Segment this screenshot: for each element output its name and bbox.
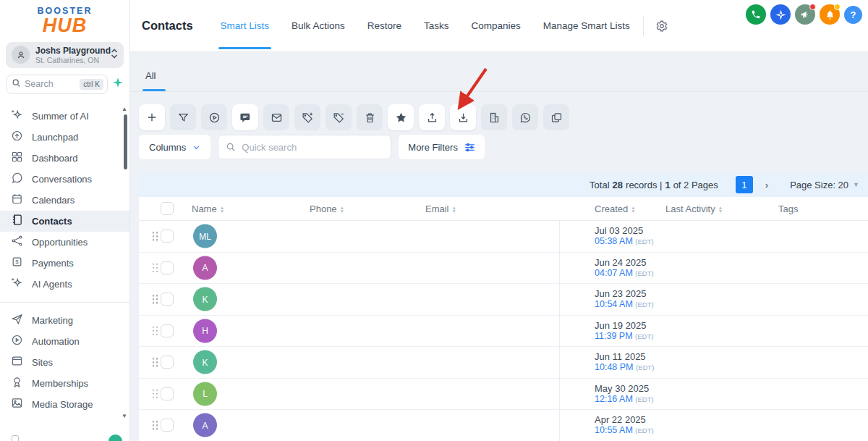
tab-smart-lists[interactable]: Smart Lists — [221, 0, 270, 51]
import-icon[interactable] — [450, 104, 476, 130]
sidebar-item-automation[interactable]: Automation — [0, 331, 129, 352]
phone-icon[interactable] — [746, 4, 766, 25]
help-icon[interactable]: ? — [844, 6, 862, 24]
tab-restore[interactable]: Restore — [367, 0, 401, 51]
avatar[interactable]: L — [193, 382, 217, 406]
table-row[interactable]: K Jun 23 2025 10:54 AM (EDT) — [139, 284, 868, 316]
start-automation-icon[interactable] — [201, 104, 227, 130]
next-page-icon[interactable]: › — [765, 180, 768, 190]
send-email-icon[interactable] — [263, 104, 289, 130]
column-header-created[interactable]: Created▲▼ — [595, 197, 636, 221]
column-header-name[interactable]: Name▲▼ — [192, 197, 224, 221]
view-tab-all[interactable]: All — [145, 70, 156, 81]
table-row[interactable]: A Apr 22 2025 10:55 AM (EDT) — [139, 410, 868, 441]
sort-icon[interactable]: ▲▼ — [718, 206, 723, 213]
page-size-selector[interactable]: Page Size: 20 ▼ — [790, 180, 859, 190]
announcement-megaphone-icon[interactable] — [795, 4, 815, 25]
drag-handle-icon[interactable] — [153, 264, 158, 272]
row-checkbox[interactable] — [161, 356, 174, 369]
column-header-email[interactable]: Email▲▼ — [425, 197, 456, 221]
row-checkbox[interactable] — [161, 324, 174, 337]
sidebar-item-calendars[interactable]: Calendars — [0, 190, 129, 211]
tab-bulk-actions[interactable]: Bulk Actions — [292, 0, 345, 51]
tab-tasks[interactable]: Tasks — [424, 0, 449, 51]
sidebar-item-label: Opportunities — [32, 237, 88, 248]
drag-handle-icon[interactable] — [153, 358, 158, 366]
created-time: 04:07 AM (EDT) — [595, 268, 654, 279]
sidebar-item-contacts[interactable]: Contacts — [0, 211, 129, 232]
notifications-bell-icon[interactable] — [820, 4, 840, 25]
avatar[interactable]: A — [193, 256, 217, 280]
quick-search-input[interactable] — [242, 142, 383, 153]
sidebar-item-launchpad[interactable]: Launchpad — [0, 127, 129, 148]
table-row[interactable]: L May 30 2025 12:16 AM (EDT) — [139, 379, 868, 411]
drag-handle-icon[interactable] — [153, 327, 158, 335]
row-checkbox[interactable] — [161, 387, 174, 400]
table-row[interactable]: H Jun 19 2025 11:39 PM (EDT) — [139, 316, 868, 348]
row-checkbox[interactable] — [161, 230, 174, 243]
row-checkbox[interactable] — [161, 261, 174, 274]
row-checkbox[interactable] — [161, 293, 174, 306]
more-filters-button[interactable]: More Filters — [399, 135, 485, 159]
sidebar-item-opportunities[interactable]: Opportunities — [0, 232, 129, 253]
tab-manage-smart-lists[interactable]: Manage Smart Lists — [543, 0, 630, 51]
gear-icon[interactable] — [655, 20, 668, 33]
column-header-last-activity[interactable]: Last Activity▲▼ — [665, 197, 723, 221]
avatar[interactable]: ML — [193, 224, 217, 248]
drag-handle-icon[interactable] — [153, 232, 158, 240]
sidebar-item-dashboard[interactable]: Dashboard — [0, 148, 129, 169]
remove-tag-icon[interactable] — [326, 104, 352, 130]
sidebar-item-memberships[interactable]: Memberships — [0, 373, 129, 394]
ai-compass-icon[interactable] — [770, 4, 791, 25]
delete-icon[interactable] — [357, 104, 383, 130]
ai-sparkle-icon[interactable] — [112, 77, 124, 91]
sidebar-item-ai-agents[interactable]: AI Agents — [0, 274, 129, 295]
add-tag-icon[interactable] — [294, 104, 320, 130]
export-icon[interactable] — [419, 104, 445, 130]
merge-icon[interactable] — [543, 104, 569, 130]
send-sms-icon[interactable] — [232, 104, 258, 130]
sort-icon[interactable]: ▲▼ — [340, 206, 344, 213]
row-checkbox[interactable] — [161, 419, 174, 432]
select-all-checkbox[interactable] — [161, 202, 174, 215]
sidebar: BOOSTER HUB Joshs Playground St. Cathari… — [0, 0, 130, 441]
drag-handle-icon[interactable] — [153, 295, 158, 303]
topbar-tabs: Smart Lists Bulk Actions Restore Tasks C… — [221, 0, 630, 51]
sidebar-item-payments[interactable]: $ Payments — [0, 253, 129, 274]
avatar[interactable]: K — [193, 350, 217, 374]
sidebar-item-conversations[interactable]: Conversations — [0, 169, 129, 190]
filter-funnel-icon[interactable] — [170, 104, 196, 130]
sidebar-scrollbar[interactable] — [124, 114, 127, 169]
column-header-phone[interactable]: Phone▲▼ — [310, 197, 344, 221]
add-contact-icon[interactable] — [139, 104, 165, 130]
drag-handle-icon[interactable] — [153, 390, 158, 398]
tab-companies[interactable]: Companies — [471, 0, 520, 51]
sort-icon[interactable]: ▲▼ — [220, 206, 224, 213]
sidebar-item-media-storage[interactable]: Media Storage — [0, 394, 129, 415]
avatar[interactable]: H — [193, 319, 217, 343]
table-row[interactable]: A Jun 24 2025 04:07 AM (EDT) — [139, 253, 868, 285]
drag-handle-icon[interactable] — [153, 421, 158, 429]
sort-icon[interactable]: ▲▼ — [452, 206, 456, 213]
table-row[interactable]: K Jun 11 2025 10:48 PM (EDT) — [139, 347, 868, 379]
sidebar-search-input[interactable]: Search ctrl K — [6, 75, 108, 94]
account-switcher[interactable]: Joshs Playground St. Catharines, ON — [6, 42, 124, 68]
sidebar-scroll-up-icon[interactable]: ▲ — [122, 106, 127, 112]
chevron-down-icon — [192, 143, 200, 151]
avatar[interactable]: K — [193, 287, 217, 311]
columns-button[interactable]: Columns — [139, 135, 210, 159]
sidebar-item-summer-of-ai[interactable]: Summer of AI — [0, 106, 129, 127]
favorite-star-icon[interactable] — [388, 104, 414, 130]
sort-icon[interactable]: ▲▼ — [631, 206, 635, 213]
sidebar-item-sites[interactable]: Sites — [0, 352, 129, 373]
table-row[interactable]: ML Jul 03 2025 05:38 AM (EDT) — [139, 221, 868, 253]
account-location: St. Catharines, ON — [35, 56, 105, 64]
add-to-company-icon[interactable] — [481, 104, 507, 130]
sidebar-scroll-down-icon[interactable]: ▼ — [122, 413, 127, 419]
page-number-button[interactable]: 1 — [736, 176, 753, 193]
created-cell: Apr 22 2025 10:55 AM (EDT) — [595, 414, 654, 436]
avatar[interactable]: A — [193, 413, 217, 437]
whatsapp-icon[interactable] — [512, 104, 538, 130]
sidebar-item-marketing[interactable]: Marketing — [0, 310, 129, 331]
notification-dot — [834, 4, 841, 10]
